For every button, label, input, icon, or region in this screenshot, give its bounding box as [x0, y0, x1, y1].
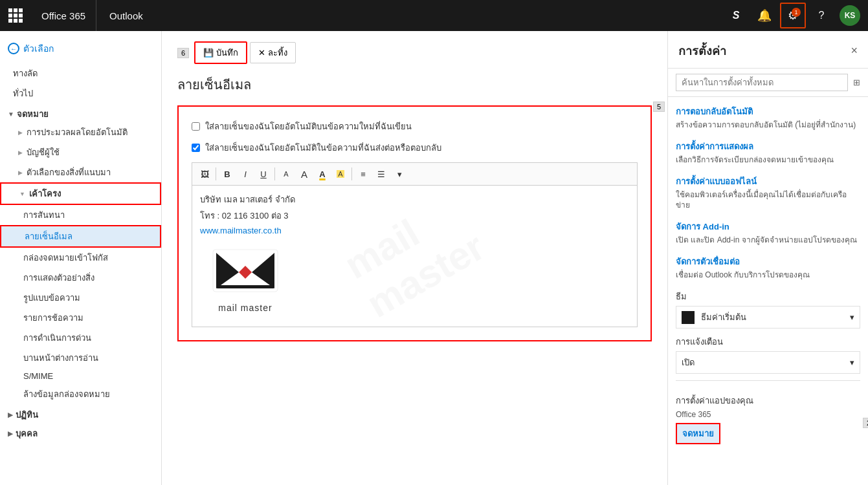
- bullet-list-button[interactable]: ≡: [355, 166, 372, 182]
- theme-value: ธีมค่าเริ่มต้น: [701, 312, 746, 322]
- font-size-up-button[interactable]: A: [296, 166, 313, 182]
- svg-rect-4: [216, 285, 274, 288]
- search-icon: ⊞: [853, 78, 860, 87]
- settings-link-auto-reply: การตอบกลับอัตโนมัติ สร้างข้อความการตอบกล…: [676, 105, 860, 131]
- offline-settings-link[interactable]: การตั้งค่าแบบออฟไลน์: [676, 175, 860, 188]
- toolbar-separator: [216, 167, 216, 180]
- checkbox-label-1: ใส่ลายเซ็นของฉันโดยอัตโนมัติบนข้อความใหม…: [205, 120, 412, 133]
- sidebar-item-conversation-history[interactable]: รายการช้อความ: [0, 308, 161, 328]
- sidebar-item-label: เค้าโครง: [29, 187, 61, 200]
- skype-button[interactable]: S: [723, 3, 749, 28]
- bold-button[interactable]: B: [219, 166, 236, 182]
- auto-reply-link[interactable]: การตอบกลับอัตโนมัติ: [676, 105, 860, 118]
- sidebar-item-focused-inbox[interactable]: กล่องจดหมายเข้าโฟกัส: [0, 248, 161, 268]
- connectors-link[interactable]: จัดการตัวเชื่อมต่อ: [676, 255, 860, 268]
- editor-content-area[interactable]: mailmaster บริษัท เมล มาสเตอร์ จำกัด โทร…: [192, 185, 638, 327]
- addins-link[interactable]: จัดการ Add-in: [676, 220, 860, 233]
- group-label: บุคคล: [16, 427, 38, 440]
- sidebar-item-reading-pane[interactable]: บานหน้าต่างการอ่าน: [0, 348, 161, 368]
- sidebar-item-conversation[interactable]: การสันทนา: [0, 205, 161, 225]
- settings-search-input[interactable]: [676, 74, 848, 91]
- sidebar-item-quick-actions[interactable]: การดำเนินการด่วน: [0, 328, 161, 348]
- settings-close-button[interactable]: ×: [851, 44, 858, 58]
- sidebar-item-label: รายการช้อความ: [23, 311, 83, 325]
- save-button[interactable]: 💾 บันทึก: [194, 41, 247, 64]
- highlight-button[interactable]: A: [332, 166, 349, 182]
- auto-reply-checkbox[interactable]: [192, 144, 200, 152]
- settings-link-offline: การตั้งค่าแบบออฟไลน์ ใช้คอมพิวเตอร์เครื่…: [676, 175, 860, 211]
- signature-phone: โทร : 02 116 3100 ต่อ 3: [200, 210, 629, 223]
- sidebar-item-label: S/MIME: [23, 371, 53, 381]
- chevron-down-icon: ▾: [397, 169, 402, 179]
- sidebar-item-label: การดำเนินการด่วน: [23, 331, 91, 345]
- sidebar-item-auto-process[interactable]: ▶ การประมวลผลโดยอัตโนมัติ: [0, 122, 161, 142]
- sidebar-item-email-signature[interactable]: ลายเซ็นอีเมล 4: [0, 225, 161, 248]
- sidebar-group-people[interactable]: ▶ บุคคล: [0, 423, 161, 442]
- notifications-button[interactable]: 🔔: [751, 3, 777, 28]
- chevron-down-icon: ▾: [850, 312, 854, 322]
- sidebar-item-message-format[interactable]: รูปแบบข้อความ: [0, 288, 161, 308]
- toolbar: 6 💾 บันทึก ✕ ละทิ้ง: [177, 41, 652, 64]
- auto-new-checkbox[interactable]: [192, 122, 200, 131]
- font-size-up-icon: A: [301, 169, 307, 180]
- arrow-icon: ▼: [8, 111, 14, 118]
- sidebar-item-clear-mailbox[interactable]: ล้างข้อมูลกล่องจดหมาย: [0, 384, 161, 404]
- sidebar-item-label: ตัวเลือกของสิ่งที่แนบมา: [27, 166, 111, 179]
- display-settings-link[interactable]: การตั้งค่าการแสดงผล: [676, 140, 860, 153]
- sidebar-item-shortcut[interactable]: ทางลัด: [0, 63, 161, 83]
- italic-button[interactable]: I: [237, 166, 254, 182]
- offline-settings-desc: ใช้คอมพิวเตอร์เครื่องนี้เมื่อคุณไม่ได้เช…: [676, 189, 860, 211]
- arrow-icon: ▼: [19, 191, 25, 197]
- back-button[interactable]: ← ตัวเลือก: [0, 36, 161, 63]
- sidebar-item-smime[interactable]: S/MIME: [0, 368, 161, 384]
- notification-value: เปิด: [682, 356, 695, 369]
- sidebar-item-preview[interactable]: การแสดงตัวอย่างสิ่ง: [0, 268, 161, 288]
- sidebar-section-layout[interactable]: ▼ เค้าโครง 3: [0, 182, 161, 205]
- sidebar-item-general[interactable]: ทั่วไป: [0, 83, 161, 103]
- arrow-icon: ▶: [18, 149, 23, 156]
- theme-dropdown[interactable]: ธีมค่าเริ่มต้น ▾: [676, 306, 860, 329]
- highlight-icon: A: [337, 170, 344, 178]
- insert-image-button[interactable]: 🖼: [196, 166, 213, 182]
- theme-value-area: ธีมค่าเริ่มต้น: [682, 310, 746, 325]
- group-label: จดหมาย: [17, 107, 49, 121]
- group-label: ปฏิทิน: [16, 408, 38, 422]
- mailbox-link[interactable]: จดหมาย: [676, 423, 720, 444]
- apps-grid-icon: [8, 8, 23, 23]
- app-settings-section: การตั้งค่าแอปของคุณ Office 365 จดหมาย 2: [676, 380, 860, 444]
- font-size-down-button[interactable]: A: [278, 166, 295, 182]
- discard-button[interactable]: ✕ ละทิ้ง: [250, 42, 296, 63]
- toolbar-separator: [274, 167, 275, 180]
- help-button[interactable]: ?: [808, 3, 834, 28]
- signature-link[interactable]: www.mailmaster.co.th: [200, 226, 282, 235]
- sidebar-item-accounts[interactable]: ▶ บัญชีผู้ใช้: [0, 142, 161, 162]
- checkbox-row-2: ใส่ลายเซ็นของฉันโดยอัตโนมัติในข้อความที่…: [192, 141, 638, 155]
- avatar-button[interactable]: KS: [837, 3, 863, 28]
- sidebar-item-attachments[interactable]: ▶ ตัวเลือกของสิ่งที่แนบมา: [0, 162, 161, 182]
- underline-icon: U: [260, 169, 266, 179]
- brand-section: Office 365: [31, 0, 96, 31]
- arrow-icon: ▶: [8, 411, 13, 418]
- logo-text: mail master: [218, 303, 272, 313]
- more-formatting-button[interactable]: ▾: [391, 166, 408, 182]
- settings-link-addins: จัดการ Add-in เปิด และปิด Add-in จากผู้จ…: [676, 220, 860, 246]
- sidebar-group-calendar[interactable]: ▶ ปฏิทิน: [0, 404, 161, 423]
- numbered-list-icon: ☰: [377, 169, 385, 179]
- apps-launcher-button[interactable]: [0, 0, 31, 31]
- underline-button[interactable]: U: [255, 166, 272, 182]
- notification-label: การแจ้งเตือน: [676, 335, 860, 349]
- sidebar-item-label: การประมวลผลโดยอัตโนมัติ: [27, 125, 128, 139]
- panel-num: 5: [653, 102, 665, 112]
- notification-dropdown[interactable]: เปิด ▾: [676, 351, 860, 374]
- settings-panel: การตั้งค่า × ⊞ การตอบกลับอัตโนมัติ สร้าง…: [667, 31, 868, 485]
- toolbar-num: 6: [177, 48, 189, 58]
- sidebar-group-mail[interactable]: ▼ จดหมาย: [0, 103, 161, 122]
- editor-toolbar: 🖼 B I U: [192, 162, 638, 185]
- skype-icon: S: [733, 10, 740, 21]
- numbered-list-button[interactable]: ☰: [373, 166, 390, 182]
- bullet-list-icon: ≡: [361, 169, 366, 179]
- font-color-icon: A: [319, 169, 325, 179]
- font-color-button[interactable]: A: [314, 166, 331, 182]
- theme-label: ธีม: [676, 290, 860, 303]
- settings-button[interactable]: ⚙ 1: [780, 3, 806, 28]
